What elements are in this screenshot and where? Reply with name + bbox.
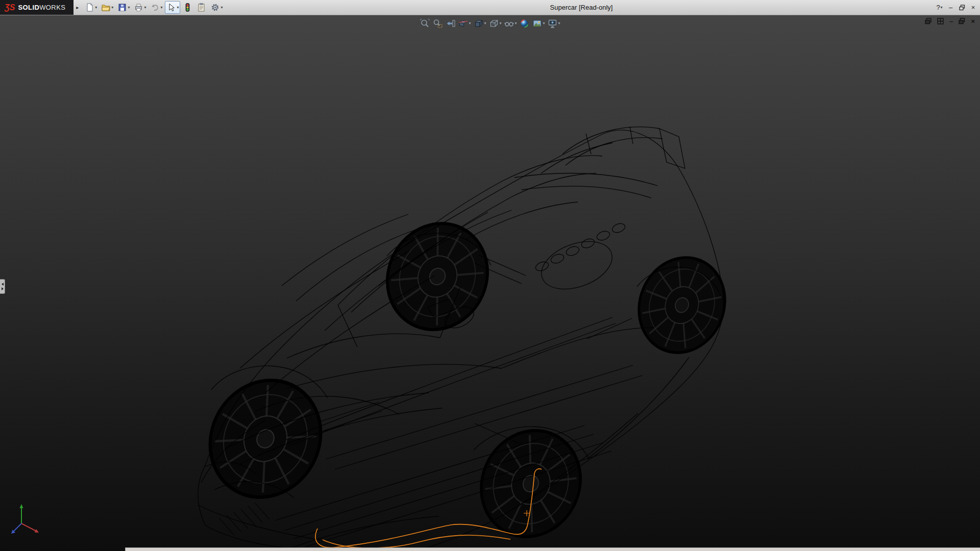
- dropdown-caret-icon[interactable]: ▾: [543, 21, 545, 26]
- triad-z-axis[interactable]: [13, 523, 21, 532]
- view-orientation-button[interactable]: ▾: [472, 18, 487, 29]
- collapse-left-icon: [2, 283, 4, 286]
- dropdown-caret-icon[interactable]: ▾: [177, 6, 179, 10]
- dropdown-caret-icon: ▾: [941, 6, 943, 10]
- cascade-windows-icon: [925, 18, 932, 24]
- document-title: Supercar [Read-only]: [550, 0, 613, 15]
- edit-appearance-button[interactable]: [519, 18, 531, 29]
- apply-scene-icon: [532, 18, 543, 29]
- undo-icon: [150, 3, 160, 12]
- triad-x-axis[interactable]: [21, 523, 36, 531]
- wheels: [189, 206, 739, 551]
- select-tool-button[interactable]: ▾: [165, 1, 180, 14]
- view-orientation-label: *Dimetric: [8, 545, 39, 551]
- dropdown-caret-icon[interactable]: ▾: [160, 6, 162, 10]
- window-controls: ? ▾ – ×: [936, 0, 977, 15]
- restore-icon: [959, 5, 965, 11]
- zoom-to-area-icon: [432, 18, 443, 29]
- tile-windows-button[interactable]: [937, 18, 944, 24]
- close-document-button[interactable]: ×: [971, 18, 975, 24]
- menu-flyout-arrow[interactable]: ▸: [74, 5, 81, 10]
- dassault-logo-icon: ƷS: [5, 3, 15, 12]
- hide-show-glasses-icon: [504, 18, 514, 29]
- dropdown-caret-icon[interactable]: ▾: [499, 21, 501, 26]
- restore-button[interactable]: [958, 5, 966, 11]
- minimize-document-button[interactable]: –: [949, 18, 953, 24]
- feature-manager-splitter[interactable]: [0, 279, 5, 294]
- hide-show-items-button[interactable]: ▾: [503, 18, 518, 29]
- view-orientation-cube-icon: [473, 18, 483, 29]
- new-document-button[interactable]: ▾: [83, 1, 99, 14]
- titlebar: ƷS SOLIDWORKS ▸ ▾ ▾: [0, 0, 980, 15]
- status-bar: [125, 547, 980, 551]
- previous-view-button[interactable]: [444, 18, 456, 29]
- view-settings-button[interactable]: ▾: [547, 18, 561, 29]
- dropdown-caret-icon[interactable]: ▾: [111, 6, 113, 10]
- options-button[interactable]: ▾: [209, 1, 224, 14]
- file-properties-icon: [197, 3, 206, 12]
- dropdown-caret-icon[interactable]: ▾: [469, 21, 471, 26]
- solidworks-logo: ƷS SOLIDWORKS: [0, 0, 74, 15]
- view-settings-icon: [548, 18, 558, 29]
- graphics-area[interactable]: ▾ ▾ ▾: [0, 15, 980, 551]
- select-cursor-icon: [166, 3, 176, 12]
- dropdown-caret-icon[interactable]: ▾: [558, 21, 560, 26]
- zoom-to-area-button[interactable]: [431, 18, 444, 29]
- section-view-icon: [458, 18, 468, 29]
- display-style-button[interactable]: ▾: [487, 18, 502, 29]
- previous-view-icon: [445, 18, 455, 29]
- open-folder-icon: [101, 3, 111, 12]
- edit-appearance-sphere-icon: [520, 18, 530, 29]
- restore-document-button[interactable]: [959, 18, 965, 24]
- supercar-wireframe-model[interactable]: [0, 15, 980, 551]
- document-window-controls: – ×: [925, 18, 975, 24]
- dropdown-caret-icon[interactable]: ▾: [515, 21, 517, 26]
- dropdown-caret-icon[interactable]: ▾: [220, 6, 223, 10]
- print-button[interactable]: ▾: [132, 1, 148, 14]
- dropdown-caret-icon[interactable]: ▾: [128, 6, 130, 10]
- help-button[interactable]: ? ▾: [936, 4, 943, 11]
- options-gear-icon: [210, 3, 220, 12]
- new-document-icon: [85, 3, 94, 12]
- file-properties-button[interactable]: [195, 1, 208, 14]
- minimize-button[interactable]: –: [947, 4, 954, 11]
- undo-button[interactable]: ▾: [149, 1, 164, 14]
- heads-up-toolbar: ▾ ▾ ▾: [419, 18, 561, 29]
- zoom-to-fit-icon: [420, 18, 430, 29]
- dropdown-caret-icon[interactable]: ▾: [484, 21, 486, 26]
- brand-text-solid: SOLID: [18, 4, 39, 11]
- save-icon: [117, 3, 127, 12]
- help-icon: ?: [936, 4, 940, 11]
- rebuild-button[interactable]: [181, 1, 194, 14]
- print-icon: [134, 3, 143, 12]
- orientation-triad[interactable]: [8, 503, 44, 536]
- solidworks-window: ƷS SOLIDWORKS ▸ ▾ ▾: [0, 0, 980, 551]
- save-button[interactable]: ▾: [116, 1, 131, 14]
- cascade-windows-button[interactable]: [925, 18, 932, 24]
- close-button[interactable]: ×: [969, 4, 977, 11]
- dropdown-caret-icon[interactable]: ▾: [144, 6, 146, 10]
- brand-text-works: WORKS: [39, 4, 65, 11]
- zoom-to-fit-button[interactable]: [419, 18, 431, 29]
- main-toolbar: ▾ ▾ ▾: [83, 1, 224, 14]
- expand-right-icon: [2, 287, 4, 290]
- restore-document-icon: [959, 18, 965, 24]
- apply-scene-button[interactable]: ▾: [531, 18, 546, 29]
- triad-y-arrow-icon: [20, 504, 23, 508]
- open-document-button[interactable]: ▾: [100, 1, 115, 14]
- rebuild-traffic-light-icon: [183, 3, 192, 12]
- display-style-icon: [488, 18, 499, 29]
- section-view-button[interactable]: ▾: [457, 18, 472, 29]
- tile-windows-icon: [937, 18, 944, 24]
- dropdown-caret-icon[interactable]: ▾: [95, 6, 97, 10]
